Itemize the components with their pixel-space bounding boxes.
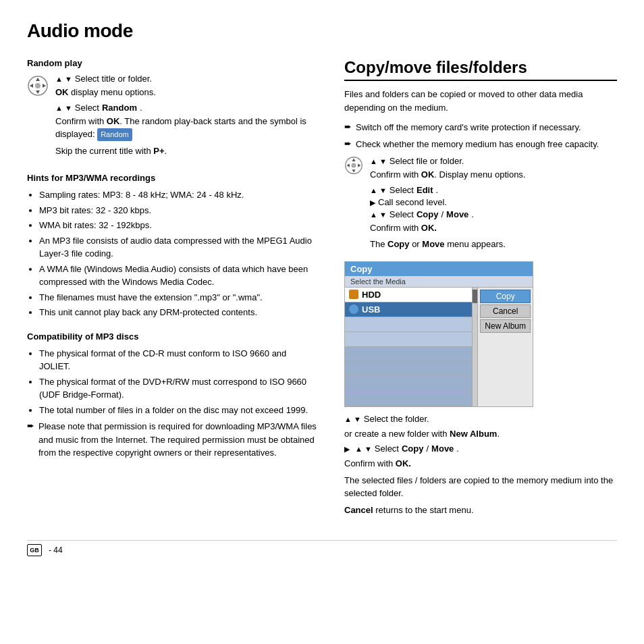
step-write-protect: ➨ Switch off the memory card's write pro… — [344, 121, 617, 134]
compat-item-2: The physical format of the DVD+R/RW must… — [39, 375, 317, 402]
copy-menu: Copy Select the Media HDD USB — [344, 261, 533, 407]
step-check-capacity: ➨ Check whether the memory medium has en… — [344, 138, 617, 151]
random-play-row: ▲ ▼ Select title or folder. OK display m… — [27, 74, 317, 161]
edit-period: . — [436, 185, 439, 195]
compatibility-section: Compatibility of MP3 discs The physical … — [27, 331, 317, 460]
copy-menu-subheader: Select the Media — [345, 276, 533, 288]
svg-marker-10 — [347, 163, 350, 167]
compatibility-heading: Compatibility of MP3 discs — [27, 331, 317, 342]
slash-2: / — [426, 444, 429, 454]
skip-period: . — [165, 146, 167, 156]
confirm-final: Confirm with OK. — [344, 457, 617, 471]
ok-bold-final: OK. — [396, 458, 411, 468]
menu-rest: menu appears. — [445, 239, 506, 249]
hints-item-2: MP3 bit rates: 32 - 320 kbps. — [39, 204, 317, 217]
instruction-select-folder: ▲ ▼ Select the folder. — [344, 414, 617, 424]
copy-button[interactable]: Copy — [480, 290, 531, 303]
select-file-instructions: ▲ ▼ Select file or folder. Confirm with … — [370, 156, 525, 254]
hints-heading: Hints for MP3/WMA recordings — [27, 173, 317, 183]
result-text: The selected files / folders are copied … — [344, 474, 617, 500]
svg-marker-11 — [358, 163, 360, 167]
or-text: or — [410, 239, 423, 249]
compat-item-1: The physical format of the CD-R must con… — [39, 347, 317, 373]
copy-menu-header: Copy — [345, 262, 533, 276]
up-down-arrow-3: ▲ ▼ — [370, 157, 387, 165]
hints-item-5: A WMA file (Windows Media Audio) consist… — [39, 263, 317, 289]
confirm-rest-2: . Display menu options. — [434, 169, 525, 180]
hints-item-1: Sampling rates: MP3: 8 - 48 kHz; WMA: 24… — [39, 188, 317, 202]
hints-list: Sampling rates: MP3: 8 - 48 kHz; WMA: 24… — [39, 188, 317, 319]
text-write-protect: Switch off the memory card's write prote… — [356, 121, 581, 134]
svg-marker-3 — [36, 90, 40, 94]
confirm-text-1: Confirm with — [55, 116, 107, 126]
select-text-1: Select — [75, 103, 99, 113]
up-down-arrow-4: ▲ ▼ — [370, 186, 387, 194]
period-1: . — [140, 103, 142, 113]
arrow-check-capacity: ➨ — [344, 138, 352, 149]
intro-text: Files and folders can be copied or moved… — [344, 88, 617, 114]
new-album-instruction: or create a new folder with New Album. — [344, 427, 617, 441]
copy-bold-1: Copy — [417, 209, 439, 219]
up-down-arrow-6: ▲ ▼ — [344, 415, 361, 423]
hints-item-4: An MP3 file consists of audio data compr… — [39, 234, 317, 261]
text-check-capacity: Check whether the memory medium has enou… — [356, 138, 599, 151]
call-second-text: Call second level. — [378, 197, 447, 207]
cancel-text: returns to the start menu. — [373, 505, 474, 515]
new-album-button[interactable]: New Album — [480, 319, 531, 333]
arrow-write-protect: ➨ — [344, 122, 352, 132]
confirm3: Confirm with OK. — [370, 221, 525, 235]
confirm-text-3: Confirm with — [370, 223, 421, 233]
hints-item-7: This unit cannot play back any DRM-prote… — [39, 306, 317, 319]
usb-label: USB — [362, 304, 380, 315]
copy-menu-item-hdd[interactable]: HDD — [345, 288, 472, 302]
skip-label: Skip the current title with — [55, 146, 153, 156]
new-album-pre: or create a new folder with — [344, 429, 450, 439]
the-text: The — [370, 239, 387, 249]
scrollbar-thumb — [473, 290, 477, 303]
nav-instructions: ▲ ▼ Select title or folder. OK display m… — [55, 74, 317, 161]
copy-bold-2: Copy — [387, 239, 410, 249]
select-file-row: ▲ ▼ Select file or folder. Confirm with … — [344, 156, 617, 254]
compatibility-list: The physical format of the CD-R must con… — [39, 347, 317, 417]
move-bold-2: Move — [422, 239, 444, 249]
left-column: Random play ▲ ▼ Select title or folder. — [27, 58, 317, 520]
svg-point-7 — [352, 163, 356, 168]
gb-badge: GB — [27, 544, 42, 556]
up-down-arrow-7: ▲ ▼ — [355, 445, 372, 453]
nav-circle-icon-2 — [344, 156, 363, 175]
copy-move-title: Copy/move files/folders — [344, 58, 617, 81]
hints-section: Hints for MP3/WMA recordings Sampling ra… — [27, 173, 317, 319]
random-bold: Random — [102, 103, 137, 113]
usb-icon — [349, 304, 358, 314]
up-down-arrow-5: ▲ ▼ — [370, 211, 387, 219]
ok-bold-2: OK — [421, 169, 435, 180]
select-edit-pre: Select — [390, 185, 414, 195]
ok-bold-3: OK. — [421, 223, 437, 233]
page-title: Audio mode — [27, 20, 617, 42]
instruction-select-file: ▲ ▼ Select file or folder. — [370, 156, 525, 166]
select-folder-text: Select the folder. — [364, 414, 429, 424]
final-select-pre: Select — [375, 444, 399, 454]
instruction-ok-display: OK display menu options. — [55, 86, 317, 99]
final-period: . — [456, 444, 459, 454]
svg-marker-8 — [352, 159, 355, 161]
compat-note: ➨ Please note that permission is require… — [27, 420, 317, 460]
svg-marker-2 — [36, 78, 40, 81]
edit-bold: Edit — [417, 185, 433, 195]
copy-menu-item-empty-5 — [345, 377, 472, 392]
confirm-ok-display: Confirm with OK. Display menu options. — [370, 168, 525, 182]
cancel-bold: Cancel — [344, 505, 373, 515]
random-badge: Random — [97, 128, 132, 141]
svg-marker-4 — [30, 84, 33, 88]
svg-marker-9 — [352, 169, 355, 172]
up-down-arrow-1: ▲ ▼ — [55, 75, 72, 83]
copy-menu-list: HDD USB — [345, 288, 472, 406]
hdd-label: HDD — [362, 290, 381, 300]
copy-bold-3: Copy — [402, 444, 424, 454]
cancel-button[interactable]: Cancel — [480, 304, 531, 318]
svg-point-1 — [35, 83, 41, 88]
select-copy-pre: Select — [390, 209, 414, 219]
copy-menu-item-empty-1 — [345, 317, 472, 332]
copy-menu-item-usb[interactable]: USB — [345, 302, 472, 317]
menu-appears-text: The Copy or Move menu appears. — [370, 238, 525, 251]
